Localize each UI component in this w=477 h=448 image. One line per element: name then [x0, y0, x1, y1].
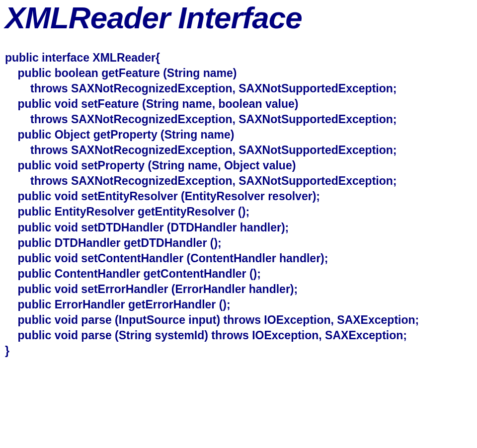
- code-line: public void setErrorHandler (ErrorHandle…: [5, 282, 472, 297]
- code-line: public void setProperty (String name, Ob…: [5, 158, 472, 173]
- code-line: throws SAXNotRecognizedException, SAXNot…: [5, 173, 472, 189]
- code-line: public void setContentHandler (ContentHa…: [5, 251, 472, 266]
- code-line: public void setEntityResolver (EntityRes…: [5, 189, 472, 204]
- code-line: public ErrorHandler getErrorHandler ();: [5, 297, 472, 312]
- slide: XMLReader Interface public interface XML…: [0, 0, 477, 369]
- code-block: public interface XMLReader{ public boole…: [5, 50, 472, 359]
- code-line: public ContentHandler getContentHandler …: [5, 266, 472, 282]
- code-line: public Object getProperty (String name): [5, 127, 472, 143]
- code-line: throws SAXNotRecognizedException, SAXNot…: [5, 112, 472, 127]
- code-line: public void setFeature (String name, boo…: [5, 96, 472, 112]
- code-line: public void parse (String systemId) thro…: [5, 328, 472, 343]
- code-line: throws SAXNotRecognizedException, SAXNot…: [5, 81, 472, 96]
- code-line: }: [5, 343, 472, 359]
- code-line: public EntityResolver getEntityResolver …: [5, 204, 472, 220]
- code-line: public boolean getFeature (String name): [5, 66, 472, 81]
- slide-title: XMLReader Interface: [5, 0, 472, 35]
- code-line: public void setDTDHandler (DTDHandler ha…: [5, 220, 472, 235]
- code-line: throws SAXNotRecognizedException, SAXNot…: [5, 143, 472, 158]
- code-line: public DTDHandler getDTDHandler ();: [5, 235, 472, 251]
- code-line: public void parse (InputSource input) th…: [5, 312, 472, 328]
- code-line: public interface XMLReader{: [5, 50, 472, 66]
